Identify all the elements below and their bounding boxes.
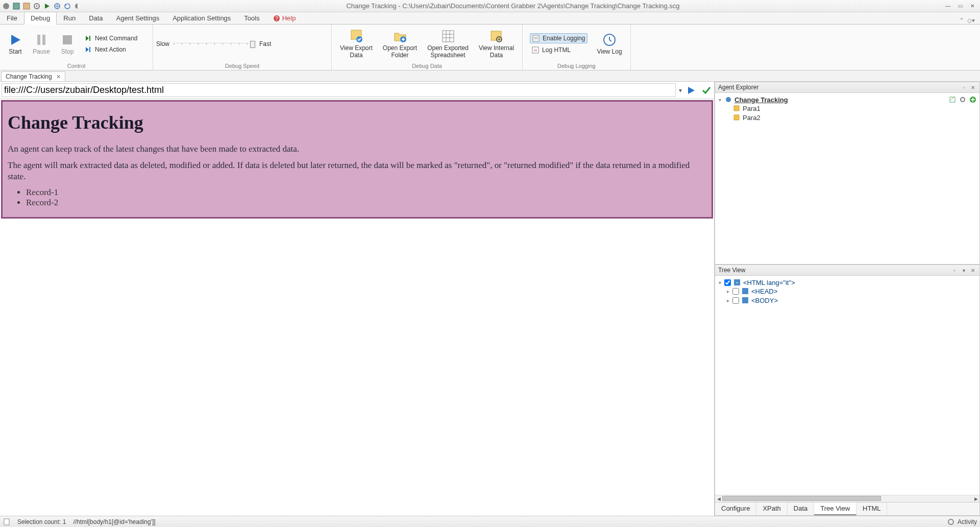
url-input[interactable]: [2, 83, 676, 97]
refresh-icon[interactable]: [63, 2, 71, 10]
step-icon: [85, 35, 92, 42]
panel-restore-icon[interactable]: ▫: [960, 84, 967, 91]
html-root-node[interactable]: <HTML lang="it">: [743, 279, 795, 286]
svg-rect-35: [734, 106, 739, 111]
agent-root-icon: [724, 95, 732, 104]
title-bar: Change Tracking - C:\Users\Zubair\Docume…: [0, 0, 980, 12]
tab-file[interactable]: File: [0, 12, 24, 24]
play-icon[interactable]: [43, 2, 51, 10]
edit-node-icon[interactable]: [948, 95, 957, 104]
tab-treeview[interactable]: Tree View: [814, 502, 856, 515]
agent-node[interactable]: Para2: [743, 114, 761, 122]
next-action-button[interactable]: Next Action: [83, 45, 139, 54]
tab-application-settings[interactable]: Application Settings: [166, 12, 237, 24]
tab-run[interactable]: Run: [57, 12, 82, 24]
tab-data[interactable]: Data: [82, 12, 109, 24]
tab-configure[interactable]: Configure: [715, 502, 756, 515]
tab-html[interactable]: HTML: [856, 502, 887, 515]
agent-root-node[interactable]: Change Tracking: [734, 96, 788, 104]
doc-tab[interactable]: Change Tracking ✕: [1, 71, 65, 81]
tab-agent-settings[interactable]: Agent Settings: [110, 12, 166, 24]
element-icon: [741, 296, 749, 304]
expand-icon[interactable]: ▾: [717, 97, 722, 103]
next-command-label: Next Command: [95, 35, 137, 42]
node-settings-icon[interactable]: [958, 95, 967, 104]
view-log-label: View Log: [597, 48, 622, 55]
tab-xpath[interactable]: XPath: [756, 502, 787, 515]
view-log-button[interactable]: View Log: [592, 32, 627, 56]
contrast-icon[interactable]: [74, 2, 82, 10]
save-as-icon[interactable]: [22, 2, 31, 10]
close-button[interactable]: ✕: [967, 2, 978, 10]
stop-button[interactable]: Stop: [55, 32, 80, 56]
enable-logging-toggle[interactable]: Enable Logging: [530, 33, 587, 43]
browser-content[interactable]: Change Tracking An agent can keep track …: [0, 99, 714, 516]
bottom-tabs: Configure XPath Data Tree View HTML: [715, 502, 979, 515]
activity-label[interactable]: Activity: [958, 518, 977, 525]
svg-point-0: [3, 3, 9, 9]
help-icon: ?: [273, 15, 280, 22]
body-node[interactable]: <BODY>: [751, 297, 778, 304]
agent-node[interactable]: Para1: [743, 105, 761, 112]
scroll-right-icon[interactable]: ▶: [972, 495, 979, 502]
tree-hscroll[interactable]: ◀ ▶: [715, 495, 979, 502]
node-checkbox[interactable]: [732, 288, 739, 295]
collapse-icon[interactable]: ▾: [717, 280, 722, 285]
minimize-button[interactable]: —: [942, 2, 953, 10]
panel-menu-icon[interactable]: ▾: [960, 267, 967, 274]
tab-debug[interactable]: Debug: [24, 12, 57, 25]
highlighted-region[interactable]: Change Tracking An agent can keep track …: [1, 100, 713, 219]
style-dropdown-icon[interactable]: ◇▾: [967, 17, 975, 24]
spreadsheet-icon: [441, 29, 455, 43]
capture-icon: [732, 113, 741, 122]
go-button[interactable]: [685, 84, 697, 97]
slider-thumb[interactable]: [250, 41, 255, 48]
settings-icon[interactable]: [33, 2, 41, 10]
collapse-ribbon-icon[interactable]: ⌃: [959, 17, 964, 24]
capture-icon: [732, 104, 741, 112]
head-node[interactable]: <HEAD>: [751, 288, 777, 295]
svg-rect-13: [42, 35, 45, 45]
ribbon-group-logging: Enable Logging H Log HTML View Log Debug…: [523, 25, 631, 70]
url-dropdown-icon[interactable]: ▾: [679, 87, 682, 94]
step-into-icon: [85, 46, 92, 53]
view-internal-data-button[interactable]: View Internal Data: [474, 28, 519, 60]
speed-slider[interactable]: [174, 43, 255, 45]
open-spreadsheet-button[interactable]: Open Exported Spreadsheet: [422, 28, 474, 60]
node-checkbox[interactable]: [724, 279, 731, 286]
start-button[interactable]: Start: [3, 32, 28, 56]
pause-button[interactable]: Pause: [28, 32, 55, 56]
save-icon[interactable]: [12, 2, 20, 10]
html-icon: H: [532, 46, 539, 54]
list-item: Record-1: [26, 187, 706, 198]
dom-tree[interactable]: ▾ < <HTML lang="it"> ▸ <HEAD>: [715, 276, 979, 495]
doc-tab-label: Change Tracking: [6, 73, 52, 80]
next-action-label: Next Action: [95, 46, 126, 53]
next-command-button[interactable]: Next Command: [83, 34, 139, 43]
panel-restore-icon[interactable]: ▫: [951, 267, 958, 274]
add-node-icon[interactable]: [968, 95, 977, 104]
close-tab-icon[interactable]: ✕: [56, 74, 61, 80]
panel-close-icon[interactable]: ✕: [969, 84, 976, 91]
confirm-button[interactable]: [700, 84, 713, 97]
tab-data-bottom[interactable]: Data: [788, 502, 814, 515]
expand-icon[interactable]: ▸: [725, 289, 730, 294]
view-export-label: View Export Data: [340, 44, 373, 59]
globe-icon[interactable]: [53, 2, 61, 10]
page-paragraph-1: An agent can keep track of the latest ch…: [8, 143, 706, 155]
log-html-toggle[interactable]: H Log HTML: [530, 45, 587, 55]
maximize-button[interactable]: ▭: [954, 2, 966, 10]
tab-tools[interactable]: Tools: [237, 12, 266, 24]
view-export-data-button[interactable]: View Export Data: [335, 28, 378, 60]
scroll-left-icon[interactable]: ◀: [715, 495, 722, 502]
agent-tree[interactable]: ▾ Change Tracking: [715, 93, 979, 264]
svg-marker-7: [65, 4, 67, 6]
panel-close-icon[interactable]: ✕: [969, 267, 976, 274]
scroll-thumb[interactable]: [722, 496, 881, 501]
ribbon-group-control: Start Pause Stop Next Command Next Actio…: [0, 25, 153, 70]
open-export-folder-button[interactable]: Open Export Folder: [378, 28, 422, 60]
svg-text:<: <: [736, 280, 739, 285]
node-checkbox[interactable]: [732, 297, 739, 304]
expand-icon[interactable]: ▸: [725, 298, 730, 303]
tab-help[interactable]: ? Help: [266, 12, 303, 24]
